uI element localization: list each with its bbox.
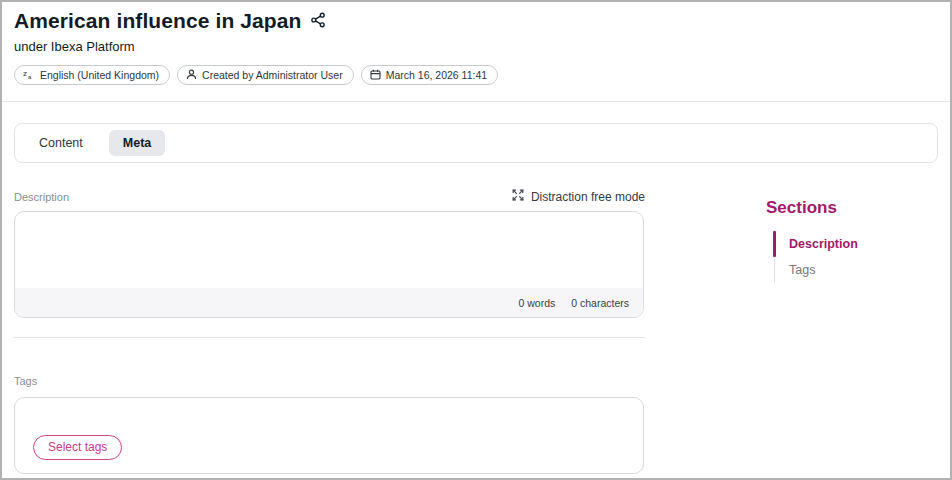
share-icon — [310, 12, 326, 31]
word-count: 0 words — [518, 297, 555, 309]
header-divider — [2, 101, 950, 102]
character-count: 0 characters — [571, 297, 629, 309]
description-label: Description — [14, 191, 69, 203]
calendar-icon — [370, 69, 381, 82]
form-column: Description Distraction free mode — [14, 189, 645, 474]
share-button[interactable] — [310, 12, 326, 31]
translate-icon: z a — [23, 69, 35, 82]
creator-badge: Created by Administrator User — [177, 65, 354, 85]
page-header: American influence in Japan under Ibexa … — [2, 2, 950, 85]
content-edit-page: American influence in Japan under Ibexa … — [0, 0, 952, 480]
tags-field-section: Tags Select tags — [14, 371, 645, 474]
meta-badges: z a English (United Kingdom) Created by … — [14, 65, 938, 85]
title-row: American influence in Japan — [14, 8, 938, 34]
sections-sidebar: Sections Description Tags — [766, 189, 946, 474]
description-editor-footer: 0 words 0 characters — [15, 288, 643, 317]
distraction-free-mode-button[interactable]: Distraction free mode — [512, 189, 645, 204]
sections-item-tags[interactable]: Tags — [775, 257, 946, 283]
svg-text:z: z — [23, 69, 27, 78]
date-badge-label: March 16, 2026 11:41 — [386, 69, 487, 81]
sections-item-description[interactable]: Description — [775, 231, 946, 257]
description-editor: 0 words 0 characters — [14, 211, 644, 318]
field-divider — [14, 337, 645, 338]
page-title: American influence in Japan — [14, 8, 301, 34]
content-area: Description Distraction free mode — [2, 189, 950, 474]
creator-badge-label: Created by Administrator User — [202, 69, 343, 81]
date-badge: March 16, 2026 11:41 — [361, 65, 498, 85]
tags-label: Tags — [14, 375, 37, 387]
select-tags-button[interactable]: Select tags — [33, 435, 122, 460]
description-field-head: Description Distraction free mode — [14, 189, 645, 204]
distraction-free-mode-label: Distraction free mode — [531, 190, 645, 204]
tags-field-box: Select tags — [14, 397, 644, 474]
description-editable-area[interactable] — [15, 212, 643, 288]
language-badge-label: English (United Kingdom) — [40, 69, 159, 81]
user-icon — [186, 69, 197, 82]
expand-icon — [512, 189, 524, 204]
svg-text:a: a — [28, 74, 32, 80]
tab-meta[interactable]: Meta — [109, 130, 165, 156]
language-badge: z a English (United Kingdom) — [14, 65, 170, 85]
parent-location-text: under Ibexa Platform — [14, 39, 938, 55]
sections-heading: Sections — [766, 199, 946, 217]
tab-content[interactable]: Content — [25, 130, 97, 156]
sections-list: Description Tags — [774, 231, 946, 283]
tab-bar: Content Meta — [14, 123, 938, 163]
description-field-section: Description Distraction free mode — [14, 189, 645, 318]
